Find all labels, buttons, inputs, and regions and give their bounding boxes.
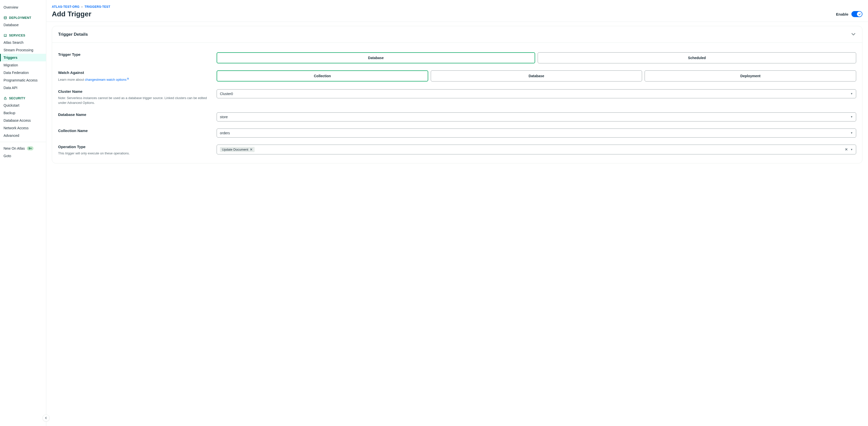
- sidebar-item-label: New On Atlas: [3, 146, 25, 151]
- row-cluster-name: Cluster Name Note: Serverless instances …: [58, 82, 856, 105]
- database-stack-icon: [3, 16, 7, 20]
- help-operation-type: This trigger will only execute on these …: [58, 151, 209, 156]
- sidebar-item-data-api[interactable]: Data API: [0, 84, 46, 92]
- breadcrumb-sep: ›: [82, 5, 83, 8]
- seg-watch-collection[interactable]: Collection: [217, 70, 428, 81]
- label-collection-name: Collection Name: [58, 129, 209, 133]
- lock-icon: [3, 97, 7, 100]
- chip-label: Update Document: [222, 148, 248, 152]
- caret-down-icon: ▼: [850, 148, 853, 151]
- sidebar-item-quickstart[interactable]: Quickstart: [0, 102, 46, 109]
- sidebar-item-database-access[interactable]: Database Access: [0, 117, 46, 124]
- help-text: Learn more about: [58, 78, 85, 81]
- sidebar-item-data-federation[interactable]: Data Federation: [0, 69, 46, 76]
- sidebar-item-database[interactable]: Database: [0, 21, 46, 29]
- sidebar-section-label: SERVICES: [9, 34, 25, 37]
- chip-remove-button[interactable]: ✕: [250, 148, 253, 152]
- multiselect-operation-type[interactable]: Update Document ✕ ✕ ▼: [217, 144, 856, 155]
- seg-trigger-scheduled[interactable]: Scheduled: [538, 52, 856, 63]
- select-database[interactable]: store ▼: [217, 112, 856, 122]
- svg-rect-1: [4, 34, 6, 36]
- new-count-badge: 9+: [27, 146, 34, 151]
- help-cluster-name: Note: Serverless instances cannot be use…: [58, 96, 209, 105]
- toggle-knob: [857, 11, 862, 17]
- chevron-down-icon: [850, 31, 856, 37]
- trigger-details-card: Trigger Details Trigger Type Database: [52, 26, 863, 163]
- label-operation-type: Operation Type: [58, 144, 209, 149]
- sidebar-item-network-access[interactable]: Network Access: [0, 124, 46, 132]
- sidebar-item-advanced[interactable]: Advanced: [0, 132, 46, 139]
- label-trigger-type: Trigger Type: [58, 52, 209, 57]
- clear-all-button[interactable]: ✕: [845, 148, 848, 152]
- label-database-name: Database Name: [58, 112, 209, 117]
- enable-toggle[interactable]: [851, 11, 863, 17]
- enable-toggle-row: Enable: [836, 11, 863, 18]
- label-watch-against: Watch Against: [58, 70, 209, 75]
- breadcrumb-org[interactable]: ATLAS-TEST-ORG: [52, 5, 80, 8]
- sidebar-section-deployment: DEPLOYMENT: [0, 13, 46, 21]
- external-link-icon: ⧉: [127, 77, 129, 80]
- page-title: Add Trigger: [52, 10, 110, 18]
- card-header: Trigger Details: [52, 26, 862, 43]
- divider: [0, 142, 46, 142]
- sidebar-item-programmatic-access[interactable]: Programmatic Access: [0, 76, 46, 84]
- label-cluster-name: Cluster Name: [58, 89, 209, 94]
- select-collection[interactable]: orders ▼: [217, 129, 856, 137]
- row-watch-against: Watch Against Learn more about changestr…: [58, 63, 856, 82]
- sidebar-section-label: DEPLOYMENT: [9, 16, 31, 20]
- sidebar-item-new-on-atlas[interactable]: New On Atlas 9+: [0, 144, 46, 152]
- sidebar-item-atlas-search[interactable]: Atlas Search: [0, 39, 46, 46]
- sidebar-item-overview[interactable]: Overview: [0, 3, 46, 11]
- breadcrumb-project[interactable]: TRIGGERS-TEST: [85, 5, 111, 8]
- page-header: ATLAS-TEST-ORG › TRIGGERS-TEST Add Trigg…: [46, 0, 868, 22]
- laptop-icon: [3, 34, 7, 37]
- collapse-card-button[interactable]: [850, 31, 856, 37]
- trigger-type-segmented: Database Scheduled: [217, 52, 856, 63]
- seg-watch-deployment[interactable]: Deployment: [645, 70, 856, 81]
- sidebar-item-stream-processing[interactable]: Stream Processing: [0, 46, 46, 54]
- caret-down-icon: ▼: [850, 132, 853, 134]
- sidebar-item-migration[interactable]: Migration: [0, 61, 46, 69]
- collapse-sidebar-button[interactable]: [42, 415, 50, 422]
- check-icon: [858, 13, 861, 15]
- caret-down-icon: ▼: [850, 92, 853, 95]
- enable-label: Enable: [836, 12, 848, 17]
- link-changestream-options[interactable]: changestream watch options⧉: [85, 78, 129, 81]
- select-value: orders: [220, 131, 230, 135]
- caret-down-icon: ▼: [850, 116, 853, 118]
- chip-update-document: Update Document ✕: [220, 147, 255, 152]
- row-database-name: Database Name store ▼: [58, 105, 856, 122]
- select-value: Cluster0: [220, 92, 233, 96]
- main: ATLAS-TEST-ORG › TRIGGERS-TEST Add Trigg…: [46, 0, 868, 426]
- sidebar-section-security: SECURITY: [0, 94, 46, 102]
- row-operation-type: Operation Type This trigger will only ex…: [58, 137, 856, 156]
- sidebar-item-goto[interactable]: Goto: [0, 152, 46, 160]
- sidebar: Overview DEPLOYMENT Database SERVICES At…: [0, 0, 46, 426]
- chevron-left-icon: [44, 417, 48, 420]
- help-watch-against: Learn more about changestream watch opti…: [58, 77, 209, 82]
- seg-watch-database[interactable]: Database: [431, 70, 642, 81]
- sidebar-item-backup[interactable]: Backup: [0, 109, 46, 117]
- svg-rect-2: [4, 98, 6, 100]
- sidebar-item-triggers[interactable]: Triggers: [0, 54, 46, 61]
- svg-point-0: [4, 17, 6, 18]
- sidebar-section-label: SECURITY: [9, 97, 25, 100]
- select-cluster[interactable]: Cluster0 ▼: [217, 89, 856, 98]
- row-trigger-type: Trigger Type Database Scheduled: [58, 45, 856, 63]
- sidebar-section-services: SERVICES: [0, 31, 46, 39]
- row-collection-name: Collection Name orders ▼: [58, 122, 856, 137]
- breadcrumb: ATLAS-TEST-ORG › TRIGGERS-TEST: [52, 5, 110, 8]
- card-title: Trigger Details: [58, 32, 88, 37]
- watch-against-segmented: Collection Database Deployment: [217, 70, 856, 81]
- select-value: store: [220, 115, 228, 119]
- seg-trigger-database[interactable]: Database: [217, 52, 535, 63]
